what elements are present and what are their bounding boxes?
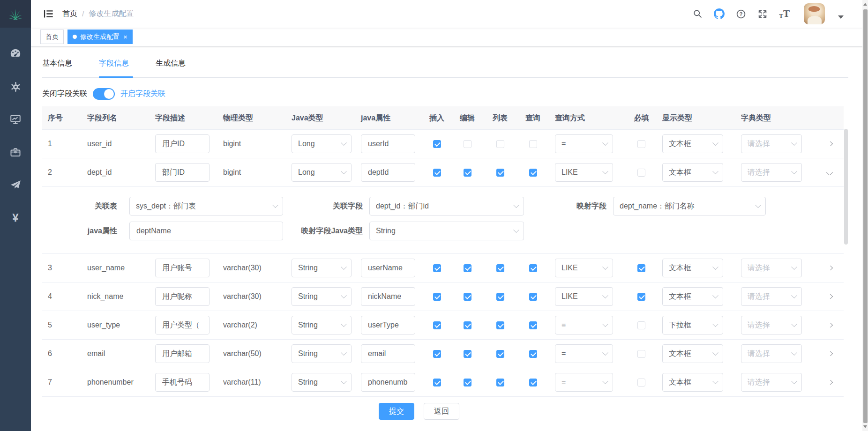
query-mode-select[interactable]: LIKE	[555, 259, 613, 277]
display-type-select[interactable]: 文本框	[662, 373, 723, 392]
query-checkbox[interactable]	[529, 293, 537, 301]
list-checkbox[interactable]	[496, 264, 504, 272]
field-description-input[interactable]	[155, 287, 210, 306]
list-checkbox[interactable]	[496, 379, 504, 386]
query-mode-select[interactable]: LIKE	[555, 287, 613, 306]
display-type-select[interactable]: 文本框	[662, 134, 723, 153]
field-relation-toggle[interactable]	[93, 88, 115, 100]
java-attr-detail-input[interactable]	[129, 222, 283, 240]
required-checkbox[interactable]	[637, 379, 645, 386]
insert-checkbox[interactable]	[433, 140, 441, 148]
required-checkbox[interactable]	[637, 169, 645, 177]
edit-checkbox[interactable]	[464, 169, 471, 177]
java-attr-input[interactable]	[361, 287, 415, 306]
list-checkbox[interactable]	[496, 321, 504, 329]
github-link[interactable]	[714, 8, 725, 19]
java-attr-input[interactable]	[361, 316, 415, 334]
insert-checkbox[interactable]	[433, 169, 441, 177]
collapse-row-icon[interactable]	[826, 170, 833, 175]
help-button[interactable]: ?	[736, 9, 746, 19]
java-attr-input[interactable]	[361, 163, 415, 182]
sidebar-item-pay[interactable]: ¥	[0, 201, 31, 234]
java-type-select[interactable]: String	[292, 373, 352, 392]
tag-home[interactable]: 首页	[40, 30, 64, 44]
dict-type-select[interactable]: 请选择	[741, 316, 802, 334]
list-checkbox[interactable]	[496, 350, 504, 358]
query-mode-select[interactable]: =	[555, 373, 613, 392]
java-type-select[interactable]: Long	[292, 163, 352, 182]
mapping-field-select[interactable]: dept_name：部门名称	[613, 197, 766, 216]
query-checkbox[interactable]	[529, 140, 537, 148]
font-size-button[interactable]: TT	[779, 9, 790, 19]
tab-field-info[interactable]: 字段信息	[99, 59, 133, 77]
display-type-select[interactable]: 文本框	[662, 259, 723, 277]
relation-field-select[interactable]: dept_id：部门id	[369, 197, 524, 216]
expand-row-icon[interactable]	[826, 294, 833, 299]
query-mode-select[interactable]: =	[555, 344, 613, 363]
dict-type-select[interactable]: 请选择	[741, 344, 802, 363]
page-scrollbar-thumb[interactable]	[863, 9, 868, 423]
breadcrumb-home-link[interactable]: 首页	[62, 9, 77, 19]
display-type-select[interactable]: 文本框	[662, 287, 723, 306]
back-button[interactable]: 返回	[424, 403, 459, 420]
expand-row-icon[interactable]	[826, 351, 833, 356]
relation-table-select[interactable]: sys_dept：部门表	[129, 197, 283, 216]
insert-checkbox[interactable]	[433, 321, 441, 329]
sidebar-item-tool[interactable]	[0, 136, 31, 169]
dict-type-select[interactable]: 请选择	[741, 163, 802, 182]
dict-type-select[interactable]: 请选择	[741, 373, 802, 392]
tab-basic-info[interactable]: 基本信息	[42, 59, 76, 77]
java-type-select[interactable]: String	[292, 287, 352, 306]
query-checkbox[interactable]	[529, 321, 537, 329]
java-attr-input[interactable]	[361, 259, 415, 277]
field-description-input[interactable]	[155, 259, 210, 277]
required-checkbox[interactable]	[637, 293, 645, 301]
list-checkbox[interactable]	[496, 293, 504, 301]
sidebar-fold-button[interactable]	[43, 8, 54, 19]
tag-close-icon[interactable]: ×	[123, 33, 127, 40]
expand-row-icon[interactable]	[826, 323, 833, 327]
java-attr-input[interactable]	[361, 373, 415, 392]
list-checkbox[interactable]	[496, 140, 504, 148]
field-description-input[interactable]	[155, 163, 210, 182]
fullscreen-button[interactable]	[757, 9, 768, 19]
required-checkbox[interactable]	[637, 350, 645, 358]
scroll-up-arrow-icon[interactable]	[862, 1, 868, 7]
scroll-down-arrow-icon[interactable]	[862, 424, 868, 430]
display-type-select[interactable]: 下拉框	[662, 316, 723, 334]
sidebar-item-dashboard[interactable]	[0, 37, 31, 70]
java-attr-input[interactable]	[361, 134, 415, 153]
insert-checkbox[interactable]	[433, 264, 441, 272]
java-attr-input[interactable]	[361, 344, 415, 363]
tab-gen-info[interactable]: 生成信息	[156, 59, 190, 77]
expand-row-icon[interactable]	[826, 266, 833, 270]
user-avatar[interactable]	[804, 3, 825, 24]
list-checkbox[interactable]	[496, 169, 504, 177]
query-mode-select[interactable]: LIKE	[555, 163, 613, 182]
dict-type-select[interactable]: 请选择	[741, 134, 802, 153]
query-checkbox[interactable]	[529, 350, 537, 358]
insert-checkbox[interactable]	[433, 379, 441, 386]
dict-type-select[interactable]: 请选择	[741, 259, 802, 277]
edit-checkbox[interactable]	[464, 140, 471, 148]
tag-current-page[interactable]: 修改生成配置 ×	[67, 30, 133, 44]
insert-checkbox[interactable]	[433, 350, 441, 358]
query-mode-select[interactable]: =	[555, 316, 613, 334]
expand-row-icon[interactable]	[826, 141, 833, 146]
edit-checkbox[interactable]	[464, 350, 471, 358]
user-menu-caret-icon[interactable]	[838, 15, 844, 19]
field-description-input[interactable]	[155, 344, 210, 363]
table-scrollbar-thumb[interactable]	[844, 129, 848, 245]
expand-row-icon[interactable]	[826, 380, 833, 385]
java-type-select[interactable]: String	[292, 316, 352, 334]
sidebar-item-monitor[interactable]	[0, 103, 31, 136]
submit-button[interactable]: 提交	[379, 403, 414, 420]
dict-type-select[interactable]: 请选择	[741, 287, 802, 306]
required-checkbox[interactable]	[637, 321, 645, 329]
sidebar-item-system[interactable]	[0, 70, 31, 103]
query-checkbox[interactable]	[529, 379, 537, 386]
display-type-select[interactable]: 文本框	[662, 344, 723, 363]
page-scrollbar[interactable]	[862, 0, 868, 431]
edit-checkbox[interactable]	[464, 379, 471, 386]
java-type-select[interactable]: Long	[292, 134, 352, 153]
